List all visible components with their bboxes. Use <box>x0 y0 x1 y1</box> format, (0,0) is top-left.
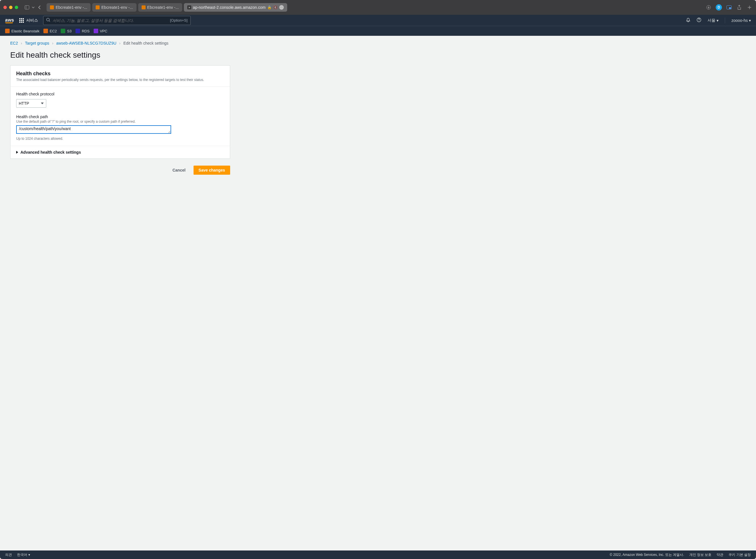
eb-favicon-icon <box>50 5 54 9</box>
service-shortcut-bar: Elastic Beanstalk EC2 S3 RDS VPC <box>0 26 756 36</box>
copyright-text: © 2022, Amazon Web Services, Inc. 또는 계열사… <box>610 553 684 557</box>
breadcrumb-link-group-id[interactable]: awseb-AWSEB-NLSCG7DSUZ9U <box>56 41 116 45</box>
region-label: 서울 <box>707 18 715 23</box>
aws-favicon-icon: ✕ <box>187 5 191 9</box>
aws-logo[interactable]: aws <box>5 18 14 23</box>
browser-tab-active[interactable]: ✕ ap-northeast-2.console.aws.amazon.com … <box>184 3 287 12</box>
advanced-label: Advanced health check settings <box>20 150 81 155</box>
help-icon[interactable] <box>697 18 701 23</box>
search-shortcut: [Option+S] <box>170 18 188 22</box>
aws-footer: 의견 한국어 ▾ © 2022, Amazon Web Services, In… <box>0 551 756 559</box>
svg-line-6 <box>49 21 50 22</box>
share-icon[interactable] <box>736 4 742 10</box>
svc-label: EC2 <box>50 29 57 33</box>
services-menu[interactable]: 서비스 <box>19 18 38 23</box>
svg-rect-4 <box>729 7 731 9</box>
eb-favicon-icon <box>142 5 146 9</box>
tab-dropdown-icon[interactable] <box>30 4 36 10</box>
account-menu[interactable]: zoooo-hs ▾ <box>731 18 751 23</box>
browser-tab[interactable]: Ebcreate1-env -... <box>92 3 136 12</box>
close-window-button[interactable] <box>3 6 7 9</box>
chevron-down-icon: ▾ <box>716 18 718 23</box>
search-input[interactable] <box>52 18 143 23</box>
chevron-right-icon: › <box>21 41 22 45</box>
svg-point-5 <box>47 18 49 21</box>
privacy-link[interactable]: 개인 정보 보호 <box>689 553 712 557</box>
svg-point-8 <box>699 21 700 21</box>
ec2-icon <box>43 29 48 33</box>
browser-tab-label: Ebcreate1-env -... <box>56 5 87 10</box>
browser-tab[interactable]: Ebcreate1-env -... <box>138 3 182 12</box>
page-title: Edit health check settings <box>10 50 746 60</box>
svc-shortcut-ec2[interactable]: EC2 <box>43 29 57 33</box>
svc-shortcut-vpc[interactable]: VPC <box>94 29 108 33</box>
services-label: 서비스 <box>26 18 38 23</box>
path-label: Health check path <box>16 114 224 119</box>
svc-label: VPC <box>100 29 108 33</box>
eb-favicon-icon <box>96 5 100 9</box>
eb-icon <box>5 29 10 33</box>
pip-icon[interactable] <box>726 4 732 10</box>
browser-tab-label: Ebcreate1-env -... <box>147 5 179 10</box>
mute-icon[interactable]: 🔇 <box>273 5 278 9</box>
svc-label: Elastic Beanstalk <box>11 29 40 33</box>
svc-label: S3 <box>67 29 72 33</box>
action-buttons: Cancel Save changes <box>10 165 230 175</box>
s3-icon <box>61 29 65 33</box>
browser-tab-label: Ebcreate1-env -... <box>101 5 133 10</box>
advanced-settings-toggle[interactable]: Advanced health check settings <box>10 146 230 158</box>
browser-tab[interactable]: Ebcreate1-env -... <box>47 3 91 12</box>
language-selector[interactable]: 한국어 ▾ <box>17 553 30 557</box>
region-selector[interactable]: 서울 ▾ <box>707 18 718 23</box>
panel-description: The associated load balancer periodicall… <box>16 78 224 82</box>
browser-tab-label: ap-northeast-2.console.aws.amazon.com <box>193 5 266 10</box>
divider <box>725 18 725 23</box>
downloads-icon[interactable] <box>706 4 712 10</box>
page-content: EC2 › Target groups › awseb-AWSEB-NLSCG7… <box>0 36 756 551</box>
breadcrumb-current: Edit health check settings <box>123 41 169 45</box>
svc-shortcut-s3[interactable]: S3 <box>61 29 72 33</box>
browser-titlebar: Ebcreate1-env -... Ebcreate1-env -... Eb… <box>0 0 756 15</box>
svg-rect-0 <box>25 6 29 9</box>
path-help: Use the default path of "/" to ping the … <box>16 119 224 124</box>
sidebar-toggle-icon[interactable] <box>24 4 30 10</box>
window-controls <box>3 6 18 9</box>
terms-link[interactable]: 약관 <box>716 553 723 557</box>
path-constraint: Up to 1024 characters allowed. <box>16 137 224 141</box>
save-changes-button[interactable]: Save changes <box>193 165 230 175</box>
feedback-link[interactable]: 의견 <box>5 553 12 557</box>
chevron-down-icon <box>41 103 44 104</box>
chevron-down-icon: ▾ <box>28 553 30 557</box>
svc-label: RDS <box>82 29 89 33</box>
chevron-right-icon: › <box>52 41 54 45</box>
cancel-button[interactable]: Cancel <box>167 165 191 175</box>
extension-icon[interactable]: D <box>716 4 722 10</box>
more-icon[interactable]: ⋯ <box>279 5 284 10</box>
breadcrumb: EC2 › Target groups › awseb-AWSEB-NLSCG7… <box>10 41 746 45</box>
protocol-select[interactable]: HTTP <box>16 99 46 108</box>
minimize-window-button[interactable] <box>9 6 13 9</box>
maximize-window-button[interactable] <box>15 6 18 9</box>
cookies-link[interactable]: 쿠키 기본 설정 <box>729 553 751 557</box>
breadcrumb-link-target-groups[interactable]: Target groups <box>25 41 49 45</box>
notifications-icon[interactable] <box>686 18 690 23</box>
protocol-label: Health check protocol <box>16 92 224 96</box>
health-checks-panel: Health checks The associated load balanc… <box>10 65 230 159</box>
new-tab-icon[interactable] <box>746 4 753 10</box>
path-input[interactable] <box>16 125 171 134</box>
aws-top-nav: aws 서비스 [Option+S] 서울 <box>0 15 756 26</box>
breadcrumb-link-ec2[interactable]: EC2 <box>10 41 18 45</box>
svc-shortcut-rds[interactable]: RDS <box>75 29 89 33</box>
services-grid-icon <box>19 18 24 23</box>
back-icon[interactable] <box>36 4 43 10</box>
chevron-down-icon: ▾ <box>749 18 751 23</box>
caret-right-icon <box>16 151 18 154</box>
rds-icon <box>75 29 80 33</box>
search-icon <box>46 18 50 23</box>
global-search[interactable]: [Option+S] <box>43 16 191 25</box>
language-label: 한국어 <box>17 553 27 557</box>
account-label: zoooo-hs <box>731 18 748 23</box>
protocol-value: HTTP <box>19 101 29 106</box>
chevron-right-icon: › <box>119 41 121 45</box>
svc-shortcut-eb[interactable]: Elastic Beanstalk <box>5 29 40 33</box>
